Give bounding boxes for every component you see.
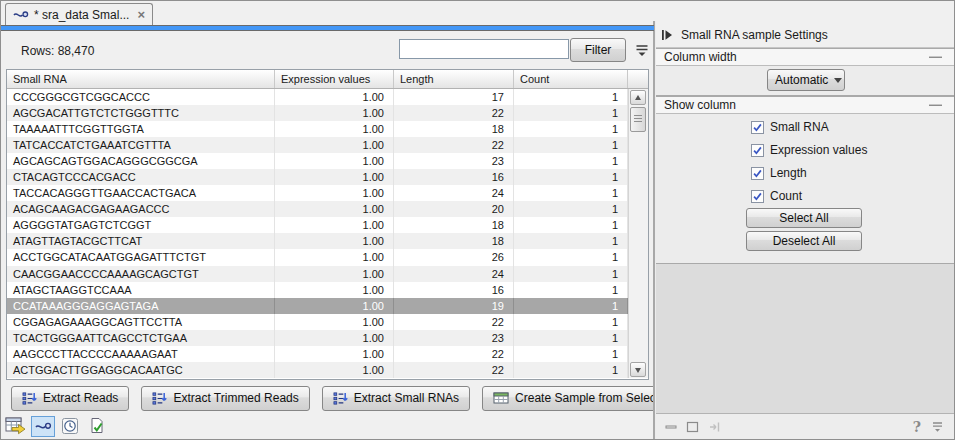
scrollbar-thumb[interactable] [630,107,646,132]
filter-input[interactable] [399,39,569,59]
scroll-down-button[interactable] [630,362,646,377]
filter-button[interactable]: Filter [570,38,626,62]
cell-count: 1 [514,362,628,378]
create-sample-label: Create Sample from Selec... [515,391,666,405]
table-row[interactable]: AGCGACATTGTCTCTGGGTTTC 1.00 22 1 [7,105,628,121]
table-row[interactable]: CCCGGGCGTCGGCACCC 1.00 17 1 [7,89,628,105]
extract-small-rnas-button[interactable]: Extract Small RNAs [322,386,470,411]
table-row[interactable]: CCATAAAGGGAGGAGTAGA 1.00 19 1 [7,298,628,314]
side-panel-menu-icon[interactable] [930,420,945,433]
column-width-dropdown[interactable]: Automatic [767,69,845,91]
column-width-title: Column width [664,50,737,64]
minimize-panel-icon[interactable] [665,421,677,433]
table-row[interactable]: CTACAGTCCCACGACC 1.00 16 1 [7,169,628,185]
table-row[interactable]: ATAGCTAAGGTCCAAA 1.00 16 1 [7,282,628,298]
cell-count: 1 [514,153,628,169]
cell-small-rna: AAGCCCTTACCCCAAAAAGAAT [7,346,275,362]
table-row[interactable]: AGGGGTATGAGTCTCGGT 1.00 18 1 [7,217,628,233]
table-row[interactable]: AAGCCCTTACCCCAAAAAGAAT 1.00 22 1 [7,346,628,362]
column-header-expression-values[interactable]: Expression values [275,70,394,88]
side-panel-header[interactable]: Small RNA sample Settings [656,23,954,48]
extract-trimmed-reads-icon [152,391,167,406]
help-icon[interactable]: ? [913,419,921,435]
table-row[interactable]: CGGAGAGAAAGGCAGTTCCTTA 1.00 22 1 [7,314,628,330]
show-column-checkbox-row[interactable]: Count [751,189,802,203]
cell-small-rna: ATAGTTAGTACGCTTCAT [7,233,275,249]
cell-small-rna: CAACGGAACCCCAAAAGCAGCTGT [7,266,275,282]
small-rna-view-button[interactable] [31,416,55,437]
cell-count: 1 [514,121,628,137]
extract-trimmed-reads-button[interactable]: Extract Trimmed Reads [141,386,309,411]
cell-small-rna: CCCGGGCGTCGGCACCC [7,89,275,105]
show-column-section-header[interactable]: Show column [656,97,954,114]
tab-sra-data-small-rna[interactable]: * sra_data Smal... × [5,3,153,25]
collapse-minus-icon[interactable] [929,56,942,58]
checkbox-icon[interactable] [751,190,764,203]
extract-reads-icon [22,391,37,406]
checkbox-icon[interactable] [751,167,764,180]
create-sample-button[interactable]: Create Sample from Selec... [482,386,677,411]
cell-expression-value: 1.00 [275,137,394,153]
table-row[interactable]: ACAGCAAGACGAGAAGACCC 1.00 20 1 [7,201,628,217]
column-header-length[interactable]: Length [394,70,514,88]
table-row[interactable]: ACTGGACTTGGAGGCACAATGC 1.00 22 1 [7,362,628,378]
table-row[interactable]: ATAGTTAGTACGCTTCAT 1.00 18 1 [7,233,628,249]
cell-length: 24 [394,185,514,201]
table-row[interactable]: TACCACAGGGTTGAACCACTGACA 1.00 24 1 [7,185,628,201]
cell-small-rna: TATCACCATCTGAAATCGTTTA [7,137,275,153]
table-view-button[interactable] [4,416,28,437]
cell-expression-value: 1.00 [275,346,394,362]
cell-expression-value: 1.00 [275,105,394,121]
cell-length: 19 [394,298,514,314]
table-row[interactable]: TAAAAATTTCGGTTGGTA 1.00 18 1 [7,121,628,137]
show-column-checkbox-row[interactable]: Length [751,166,807,180]
checkbox-icon[interactable] [751,144,764,157]
cell-small-rna: AGCGACATTGTCTCTGGGTTTC [7,105,275,121]
application-window: * sra_data Smal... × Rows: 88,470 Filter… [0,0,955,440]
column-header-count[interactable]: Count [514,70,628,88]
cell-small-rna: ACCTGGCATACAATGGAGATTTCTGT [7,249,275,265]
table-row[interactable]: CAACGGAACCCCAAAAGCAGCTGT 1.00 24 1 [7,266,628,282]
panel-collapse-icon[interactable] [661,29,673,41]
extract-trimmed-reads-label: Extract Trimmed Reads [173,391,298,405]
table-row[interactable]: AGCAGCAGTGGACAGGGCGGCGA 1.00 23 1 [7,153,628,169]
cell-small-rna: CGGAGAGAAAGGCAGTTCCTTA [7,314,275,330]
vertical-scrollbar[interactable] [628,89,648,378]
cell-length: 18 [394,121,514,137]
cell-count: 1 [514,298,628,314]
table-arrow-icon [5,417,27,435]
checkbox-icon[interactable] [751,121,764,134]
column-width-section-header[interactable]: Column width [656,49,954,66]
table-row[interactable]: TCACTGGGAATTCAGCCTCTGAA 1.00 23 1 [7,330,628,346]
create-sample-table-icon [493,391,509,405]
cell-expression-value: 1.00 [275,362,394,378]
show-column-checkbox-row[interactable]: Expression values [751,143,867,157]
cell-count: 1 [514,185,628,201]
show-column-checkbox-row[interactable]: Small RNA [751,120,829,134]
cell-length: 26 [394,249,514,265]
cell-length: 23 [394,330,514,346]
dock-panel-icon[interactable] [708,421,722,433]
table-row[interactable]: TATCACCATCTGAAATCGTTTA 1.00 22 1 [7,137,628,153]
cell-length: 24 [394,266,514,282]
checkbox-label: Count [770,189,802,203]
collapse-minus-icon[interactable] [929,104,942,106]
extract-reads-label: Extract Reads [43,391,118,405]
history-view-button[interactable] [58,416,82,437]
tab-close-icon[interactable]: × [137,10,145,20]
cell-expression-value: 1.00 [275,266,394,282]
table-row[interactable]: ACCTGGCATACAATGGAGATTTCTGT 1.00 26 1 [7,249,628,265]
select-all-button[interactable]: Select All [746,208,862,228]
small-rna-icon [13,8,29,21]
element-info-view-button[interactable] [85,416,109,437]
extract-reads-button[interactable]: Extract Reads [11,386,129,411]
float-panel-icon[interactable] [686,421,699,433]
cell-expression-value: 1.00 [275,298,394,314]
cell-expression-value: 1.00 [275,121,394,137]
scroll-up-button[interactable] [630,90,646,105]
filter-options-icon[interactable] [634,42,650,58]
deselect-all-button[interactable]: Deselect All [746,231,862,251]
column-header-small-rna[interactable]: Small RNA [7,70,275,88]
cell-expression-value: 1.00 [275,233,394,249]
cell-small-rna: CCATAAAGGGAGGAGTAGA [7,298,275,314]
